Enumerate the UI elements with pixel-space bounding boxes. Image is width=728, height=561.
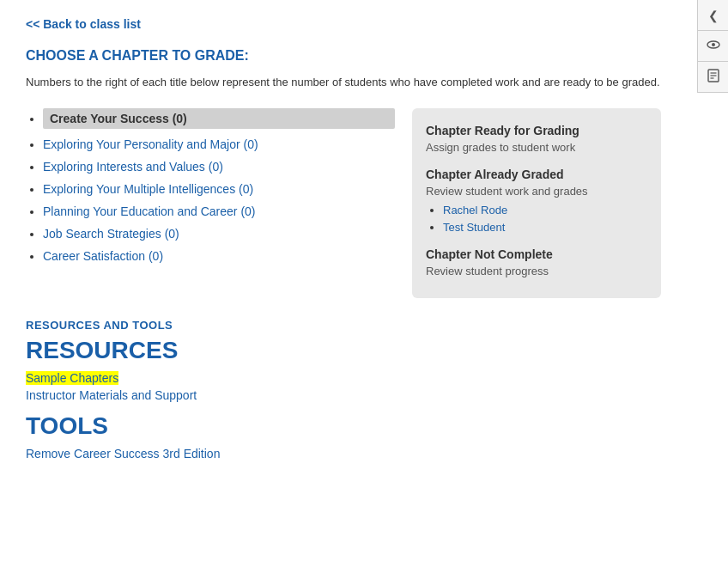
sample-chapters-link[interactable]: Sample Chapters	[26, 371, 118, 385]
grading-incomplete-section: Chapter Not Complete Review student prog…	[426, 247, 647, 277]
grading-ready-title: Chapter Ready for Grading	[426, 124, 647, 137]
list-item: Exploring Your Multiple Intelligences (0…	[43, 182, 395, 196]
grading-panel: Chapter Ready for Grading Assign grades …	[412, 108, 661, 298]
grading-incomplete-title: Chapter Not Complete	[426, 247, 647, 261]
sidebar-eye-button[interactable]	[698, 31, 728, 62]
resources-tools-section: RESOURCES AND TOOLS RESOURCES Sample Cha…	[26, 319, 661, 460]
list-item: Rachel Rode	[443, 203, 647, 216]
list-item[interactable]: Create Your Success (0)	[43, 108, 395, 129]
resources-tools-heading: RESOURCES AND TOOLS	[26, 319, 661, 332]
grading-already-title: Chapter Already Graded	[426, 168, 647, 181]
chapter-link[interactable]: Exploring Your Multiple Intelligences (0…	[43, 182, 253, 196]
graded-students-list: Rachel Rode Test Student	[426, 203, 647, 234]
right-sidebar: ❮	[697, 0, 728, 93]
content-area: Create Your Success (0) Exploring Your P…	[26, 108, 661, 298]
remove-edition-link[interactable]: Remove Career Success 3rd Edition	[26, 447, 220, 460]
chapter-list-items: Create Your Success (0) Exploring Your P…	[26, 108, 395, 263]
grading-ready-section: Chapter Ready for Grading Assign grades …	[426, 124, 647, 154]
list-item: Exploring Interests and Values (0)	[43, 160, 395, 174]
chapter-link[interactable]: Exploring Your Personality and Major (0)	[43, 137, 258, 151]
list-item: Planning Your Education and Career (0)	[43, 204, 395, 218]
chapter-link[interactable]: Career Satisfaction (0)	[43, 249, 163, 263]
chapter-label: Create Your Success (0)	[50, 112, 187, 125]
student-link[interactable]: Rachel Rode	[443, 204, 507, 216]
student-link[interactable]: Test Student	[443, 221, 505, 234]
list-item: Job Search Strategies (0)	[43, 227, 395, 241]
list-item: Test Student	[443, 220, 647, 234]
back-to-class-list-link[interactable]: << Back to class list	[26, 17, 141, 31]
list-item: Exploring Your Personality and Major (0)	[43, 137, 395, 151]
chevron-icon: ❮	[708, 9, 719, 22]
grading-incomplete-desc: Review student progress	[426, 265, 647, 277]
svg-point-1	[712, 43, 715, 46]
chapter-link[interactable]: Job Search Strategies (0)	[43, 227, 179, 241]
document-icon	[707, 69, 719, 85]
chapter-list: Create Your Success (0) Exploring Your P…	[26, 108, 395, 271]
grading-already-desc: Review student work and grades	[426, 185, 647, 198]
instructor-materials-link[interactable]: Instructor Materials and Support	[26, 388, 661, 402]
eye-icon	[707, 38, 720, 54]
grading-already-section: Chapter Already Graded Review student wo…	[426, 168, 647, 234]
chapter-link[interactable]: Exploring Interests and Values (0)	[43, 160, 223, 174]
sidebar-doc-button[interactable]	[698, 62, 728, 93]
chapter-link[interactable]: Planning Your Education and Career (0)	[43, 204, 256, 218]
page-title: CHOOSE A CHAPTER TO GRADE:	[26, 48, 661, 64]
grading-ready-desc: Assign grades to student work	[426, 141, 647, 154]
resources-heading: RESOURCES	[26, 337, 661, 364]
page-description: Numbers to the right of each title below…	[26, 74, 661, 91]
tools-heading: TOOLS	[26, 412, 661, 440]
sidebar-collapse-button[interactable]: ❮	[698, 0, 728, 31]
list-item: Career Satisfaction (0)	[43, 249, 395, 263]
